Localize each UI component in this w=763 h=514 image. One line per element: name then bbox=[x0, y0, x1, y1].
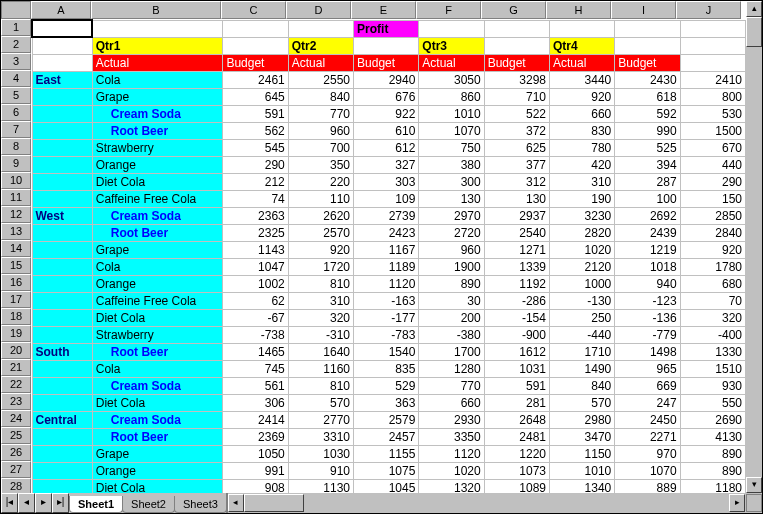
cell[interactable] bbox=[32, 292, 92, 309]
sheet-tab-sheet1[interactable]: Sheet1 bbox=[69, 496, 123, 513]
value-cell[interactable]: 2461 bbox=[223, 71, 288, 88]
value-cell[interactable]: 2439 bbox=[615, 224, 680, 241]
last-sheet-button[interactable]: ▸| bbox=[52, 493, 69, 513]
value-cell[interactable]: 670 bbox=[680, 139, 745, 156]
value-cell[interactable]: 372 bbox=[484, 122, 549, 139]
row-header-22[interactable]: 22 bbox=[1, 376, 31, 393]
value-cell[interactable]: 618 bbox=[615, 88, 680, 105]
value-cell[interactable]: 2481 bbox=[484, 428, 549, 445]
value-cell[interactable]: 150 bbox=[680, 190, 745, 207]
value-cell[interactable]: 2940 bbox=[354, 71, 419, 88]
value-cell[interactable]: 669 bbox=[615, 377, 680, 394]
row-header-14[interactable]: 14 bbox=[1, 240, 31, 257]
value-cell[interactable]: 545 bbox=[223, 139, 288, 156]
value-cell[interactable]: 645 bbox=[223, 88, 288, 105]
product-cell[interactable]: Cream Soda bbox=[92, 377, 223, 394]
value-cell[interactable]: 1000 bbox=[549, 275, 614, 292]
value-cell[interactable]: 890 bbox=[680, 445, 745, 462]
row-header-27[interactable]: 27 bbox=[1, 461, 31, 478]
col-header-F[interactable]: F bbox=[416, 1, 481, 19]
select-all-corner[interactable] bbox=[1, 1, 31, 19]
value-cell[interactable]: 1280 bbox=[419, 360, 484, 377]
value-cell[interactable]: 1465 bbox=[223, 343, 288, 360]
col-header-H[interactable]: H bbox=[546, 1, 611, 19]
value-cell[interactable]: 2770 bbox=[288, 411, 353, 428]
row-header-21[interactable]: 21 bbox=[1, 359, 31, 376]
value-cell[interactable]: 303 bbox=[354, 173, 419, 190]
sub-header[interactable]: Budget bbox=[354, 54, 419, 71]
cell[interactable] bbox=[484, 20, 549, 37]
value-cell[interactable]: 2840 bbox=[680, 224, 745, 241]
value-cell[interactable]: 1075 bbox=[354, 462, 419, 479]
value-cell[interactable]: 930 bbox=[680, 377, 745, 394]
cell[interactable] bbox=[223, 20, 288, 37]
value-cell[interactable]: 2570 bbox=[288, 224, 353, 241]
value-cell[interactable]: -779 bbox=[615, 326, 680, 343]
value-cell[interactable]: 2540 bbox=[484, 224, 549, 241]
value-cell[interactable]: 3050 bbox=[419, 71, 484, 88]
cell[interactable] bbox=[32, 445, 92, 462]
value-cell[interactable]: 312 bbox=[484, 173, 549, 190]
cell[interactable] bbox=[223, 37, 288, 54]
value-cell[interactable]: 2450 bbox=[615, 411, 680, 428]
cell[interactable] bbox=[32, 224, 92, 241]
cell[interactable] bbox=[549, 20, 614, 37]
value-cell[interactable]: 660 bbox=[419, 394, 484, 411]
cell[interactable] bbox=[32, 258, 92, 275]
value-cell[interactable]: 990 bbox=[615, 122, 680, 139]
value-cell[interactable]: 920 bbox=[549, 88, 614, 105]
value-cell[interactable]: 2970 bbox=[419, 207, 484, 224]
cell[interactable] bbox=[32, 88, 92, 105]
cell[interactable] bbox=[32, 394, 92, 411]
value-cell[interactable]: -130 bbox=[549, 292, 614, 309]
value-cell[interactable]: 4130 bbox=[680, 428, 745, 445]
value-cell[interactable]: 991 bbox=[223, 462, 288, 479]
value-cell[interactable]: 2369 bbox=[223, 428, 288, 445]
value-cell[interactable]: 109 bbox=[354, 190, 419, 207]
value-cell[interactable]: -380 bbox=[419, 326, 484, 343]
value-cell[interactable]: 290 bbox=[223, 156, 288, 173]
product-cell[interactable]: Strawberry bbox=[92, 139, 223, 156]
row-header-10[interactable]: 10 bbox=[1, 172, 31, 189]
value-cell[interactable]: 110 bbox=[288, 190, 353, 207]
value-cell[interactable]: 2620 bbox=[288, 207, 353, 224]
value-cell[interactable]: 420 bbox=[549, 156, 614, 173]
value-cell[interactable]: 890 bbox=[680, 462, 745, 479]
value-cell[interactable]: 1031 bbox=[484, 360, 549, 377]
value-cell[interactable]: 1155 bbox=[354, 445, 419, 462]
row-header-20[interactable]: 20 bbox=[1, 342, 31, 359]
value-cell[interactable]: 70 bbox=[680, 292, 745, 309]
product-cell[interactable]: Strawberry bbox=[92, 326, 223, 343]
row-header-24[interactable]: 24 bbox=[1, 410, 31, 427]
cell[interactable] bbox=[92, 20, 223, 37]
value-cell[interactable]: 440 bbox=[680, 156, 745, 173]
value-cell[interactable]: 363 bbox=[354, 394, 419, 411]
product-cell[interactable]: Orange bbox=[92, 275, 223, 292]
sheet-tab-sheet2[interactable]: Sheet2 bbox=[122, 496, 175, 513]
value-cell[interactable]: -177 bbox=[354, 309, 419, 326]
sub-header[interactable]: Actual bbox=[419, 54, 484, 71]
cell[interactable] bbox=[680, 54, 745, 71]
value-cell[interactable]: 700 bbox=[288, 139, 353, 156]
value-cell[interactable]: 1150 bbox=[549, 445, 614, 462]
value-cell[interactable]: 680 bbox=[680, 275, 745, 292]
qtr-header[interactable]: Qtr4 bbox=[549, 37, 614, 54]
value-cell[interactable]: 920 bbox=[288, 241, 353, 258]
value-cell[interactable]: 710 bbox=[484, 88, 549, 105]
cell[interactable] bbox=[32, 190, 92, 207]
value-cell[interactable]: 1073 bbox=[484, 462, 549, 479]
row-header-2[interactable]: 2 bbox=[1, 36, 31, 53]
value-cell[interactable]: 1120 bbox=[354, 275, 419, 292]
value-cell[interactable]: 908 bbox=[223, 479, 288, 493]
row-header-23[interactable]: 23 bbox=[1, 393, 31, 410]
value-cell[interactable]: 2325 bbox=[223, 224, 288, 241]
row-header-3[interactable]: 3 bbox=[1, 53, 31, 70]
row-header-5[interactable]: 5 bbox=[1, 87, 31, 104]
value-cell[interactable]: 840 bbox=[549, 377, 614, 394]
value-cell[interactable]: 1020 bbox=[549, 241, 614, 258]
product-cell[interactable]: Cream Soda bbox=[92, 207, 223, 224]
scroll-up-button[interactable]: ▴ bbox=[746, 1, 762, 17]
value-cell[interactable]: 1710 bbox=[549, 343, 614, 360]
col-header-C[interactable]: C bbox=[221, 1, 286, 19]
sub-header[interactable]: Budget bbox=[484, 54, 549, 71]
